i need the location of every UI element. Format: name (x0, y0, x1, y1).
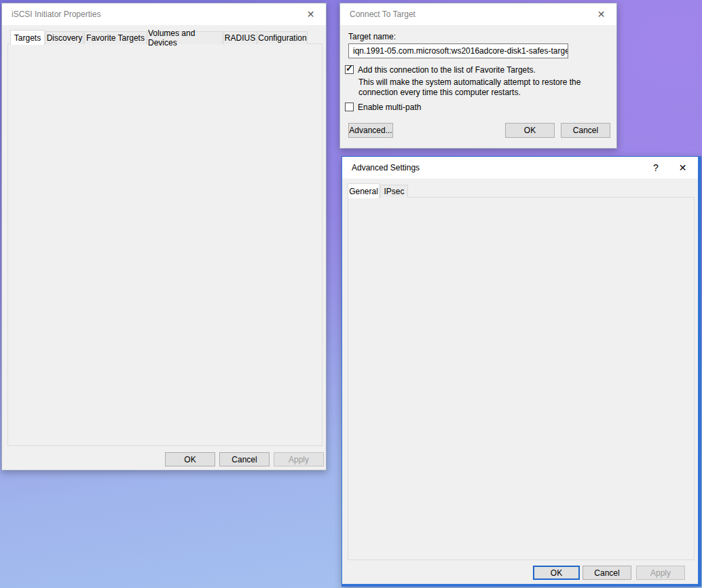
help-icon[interactable]: ? (644, 157, 667, 179)
target-name-label: Target name: (348, 32, 396, 41)
advanced-button[interactable]: Advanced... (348, 123, 393, 138)
titlebar[interactable]: iSCSI Initiator Properties (2, 3, 326, 25)
iscsi-initiator-properties-window: iSCSI Initiator Properties ✕ Targets Dis… (1, 3, 327, 471)
tab-favorite-targets[interactable]: Favorite Targets (84, 31, 147, 44)
favorite-targets-checkbox-label: Add this connection to the list of Favor… (358, 65, 536, 75)
targets-tab-page (7, 43, 322, 446)
target-name-input[interactable]: iqn.1991-05.com.microsoft:ws2016adcore-d… (348, 43, 568, 58)
ok-button[interactable]: OK (165, 452, 215, 466)
close-icon[interactable]: ✕ (667, 157, 698, 179)
window-title: iSCSI Initiator Properties (12, 10, 100, 19)
favorite-note: This will make the system automatically … (358, 77, 587, 98)
tab-general[interactable]: General (348, 183, 380, 198)
tab-radius[interactable]: RADIUS (223, 31, 257, 44)
close-icon[interactable]: ✕ (295, 3, 326, 25)
titlebar[interactable]: Connect To Target (340, 3, 616, 25)
checkmark-icon: ✓ (346, 64, 353, 73)
apply-button: Apply (274, 452, 324, 466)
ok-button[interactable]: OK (533, 566, 580, 580)
window-title: Connect To Target (350, 10, 415, 19)
cancel-button[interactable]: Cancel (583, 566, 631, 580)
tab-configuration[interactable]: Configuration (257, 31, 308, 44)
tab-volumes-and-devices[interactable]: Volumes and Devices (147, 31, 223, 44)
checkbox-checked[interactable]: ✓ (345, 65, 354, 74)
general-tab-page (348, 197, 695, 560)
ok-button[interactable]: OK (505, 123, 555, 138)
cancel-button[interactable]: Cancel (561, 123, 610, 138)
desktop-background: iSCSI Initiator Properties ✕ Targets Dis… (0, 0, 702, 588)
favorite-targets-checkbox[interactable]: ✓ Add this connection to the list of Fav… (345, 65, 536, 75)
close-icon[interactable]: ✕ (586, 3, 616, 25)
window-title: Advanced Settings (352, 163, 420, 172)
cancel-button[interactable]: Cancel (219, 452, 270, 466)
connect-to-target-window: Connect To Target ✕ Target name: iqn.199… (339, 3, 617, 149)
tab-ipsec[interactable]: IPsec (380, 185, 408, 198)
tab-discovery[interactable]: Discovery (45, 31, 84, 44)
advanced-settings-window: Advanced Settings ? ✕ General IPsec Conn… (341, 156, 701, 587)
multipath-checkbox-label: Enable multi-path (358, 103, 421, 112)
checkbox-unchecked[interactable] (345, 103, 354, 111)
apply-button: Apply (636, 566, 685, 580)
tab-targets[interactable]: Targets (10, 30, 45, 45)
multipath-checkbox[interactable]: Enable multi-path (345, 103, 421, 112)
